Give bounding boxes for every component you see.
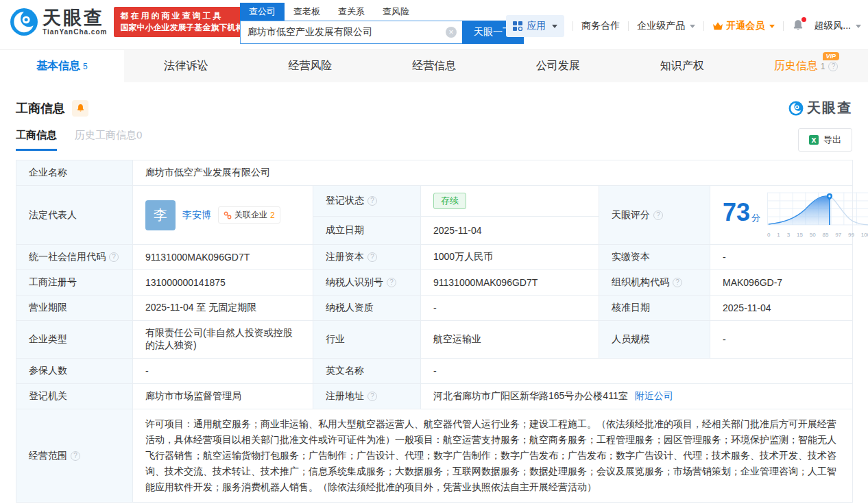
- table-row: 参保人数 - 英文名称 -: [16, 359, 853, 384]
- search-tabs: 查公司 查老板 查关系 查风险: [240, 3, 524, 21]
- help-icon[interactable]: [828, 62, 838, 71]
- nav-super-risk[interactable]: 超级风...: [814, 20, 861, 32]
- field-label: 企业类型: [16, 321, 133, 359]
- tab-operation-info[interactable]: 经营信息: [372, 50, 496, 82]
- search-tab-risk[interactable]: 查风险: [374, 3, 418, 21]
- help-icon[interactable]: [109, 252, 119, 262]
- help-icon[interactable]: [387, 278, 396, 287]
- field-label: 营业期限: [16, 296, 133, 321]
- field-value: MAK096GD-7: [710, 270, 853, 296]
- related-companies-badge[interactable]: 关联企业 2: [218, 206, 280, 224]
- search-tab-relation[interactable]: 查关系: [329, 3, 374, 21]
- field-value: 2025-11-04 至 无固定期限: [133, 296, 313, 321]
- field-label: 成立日期: [313, 216, 421, 244]
- help-icon[interactable]: [673, 278, 682, 287]
- nearby-companies-link[interactable]: 附近公司: [635, 390, 673, 401]
- table-row: 企业名称 廊坊市低空产业发展有限公司: [16, 160, 853, 186]
- notification-bell[interactable]: [792, 19, 804, 34]
- field-label: 登记机关: [16, 384, 133, 409]
- tab-intellectual-property[interactable]: 知识产权: [620, 50, 744, 82]
- field-value: 廊坊市市场监督管理局: [133, 384, 313, 409]
- field-label: 注册地址: [313, 384, 421, 409]
- notification-dot: [801, 17, 806, 22]
- brand-title: 天眼查: [43, 8, 107, 27]
- table-row: 统一社会信用代码 91131000MAK096GD7T 注册资本 1000万人民…: [16, 245, 853, 270]
- field-value: 1000万人民币: [421, 245, 599, 270]
- tianyancha-logo-icon: [10, 8, 38, 36]
- nav-cooperation[interactable]: 商务合作: [581, 20, 620, 32]
- chevron-down-icon: [552, 25, 557, 28]
- reg-status-cell: 存续: [421, 186, 599, 217]
- company-name-value: 廊坊市低空产业发展有限公司: [133, 160, 853, 186]
- help-icon[interactable]: [653, 211, 663, 220]
- field-value: 有限责任公司(非自然人投资或控股的法人独资): [133, 321, 313, 359]
- brand-subtitle: TianYanCha.com: [43, 28, 107, 36]
- help-icon[interactable]: [71, 451, 80, 461]
- company-tabs: 基本信息5 法律诉讼 经营风险 经营信息 公司发展 知识产权 VIP 历史信息1: [0, 49, 868, 82]
- reg-address-cell: 河北省廊坊市广阳区新华路165号办公楼411室附近公司: [421, 384, 853, 409]
- field-value: 131000000141875: [133, 270, 313, 296]
- search-area: 查公司 查老板 查关系 查风险 天眼一下: [240, 3, 524, 44]
- export-button[interactable]: X 导出: [798, 128, 852, 152]
- field-value: -: [710, 321, 853, 359]
- field-label: 人员规模: [599, 321, 710, 359]
- field-label: 纳税人识别号: [313, 270, 421, 296]
- search-tab-boss[interactable]: 查老板: [285, 3, 329, 21]
- chevron-down-icon: [856, 25, 861, 28]
- nav-enterprise-products[interactable]: 企业级产品: [637, 20, 695, 32]
- tab-basic-info[interactable]: 基本信息5: [0, 50, 124, 82]
- bell-icon: [76, 104, 85, 112]
- field-value: 航空运输业: [421, 321, 599, 359]
- monitor-bell-button[interactable]: [72, 100, 88, 117]
- tab-history-info[interactable]: VIP 历史信息1: [744, 50, 868, 82]
- tab-legal-proceedings[interactable]: 法律诉讼: [124, 50, 248, 82]
- apps-menu[interactable]: 应用: [506, 15, 564, 37]
- table-row: 法定代表人 李 李安博 关联企业 2: [16, 186, 853, 217]
- subtab-business-info[interactable]: 工商信息: [16, 129, 57, 151]
- field-value: 91131000MAK096GD7T: [421, 270, 599, 296]
- field-label: 英文名称: [313, 359, 421, 384]
- field-label: 经营范围: [16, 409, 133, 503]
- brand-slogan-badge: 都在用的商业查询工具 国家中小企业发展子基金旗下机构: [114, 7, 250, 37]
- top-header: 天眼查 TianYanCha.com 都在用的商业查询工具 国家中小企业发展子基…: [0, 0, 868, 49]
- field-label: 统一社会信用代码: [16, 245, 133, 270]
- help-icon[interactable]: [367, 196, 377, 206]
- main-content: 工商信息 天眼查 工商信息 历史工商信息0: [0, 99, 868, 503]
- table-row: 登记机关 廊坊市市场监督管理局 注册地址 河北省廊坊市广阳区新华路165号办公楼…: [16, 384, 853, 409]
- tianyancha-logo-icon: [788, 101, 804, 116]
- table-row: 营业期限 2025-11-04 至 无固定期限 纳税人资质 - 核准日期 202…: [16, 296, 853, 321]
- vip-badge: VIP: [823, 52, 840, 60]
- business-scope-value: 许可项目：通用航空服务；商业非运输、私用大型航空器运营人、航空器代管人运行业务；…: [133, 409, 853, 503]
- field-label: 工商注册号: [16, 270, 133, 296]
- field-value: 2025-11-04: [421, 216, 599, 244]
- nav-open-vip[interactable]: 开通会员: [712, 20, 775, 32]
- field-label: 参保人数: [16, 359, 133, 384]
- tab-operation-risk[interactable]: 经营风险: [248, 50, 372, 82]
- avatar[interactable]: 李: [145, 200, 176, 230]
- business-info-table: 企业名称 廊坊市低空产业发展有限公司 法定代表人 李 李安博: [16, 160, 853, 503]
- field-value: 2025-11-04: [710, 296, 853, 321]
- chevron-down-icon: [690, 25, 695, 28]
- field-label: 天眼评分: [599, 186, 710, 245]
- apps-grid-icon: [513, 21, 522, 31]
- field-label: 实缴资本: [599, 245, 710, 270]
- search-tab-company[interactable]: 查公司: [240, 3, 285, 21]
- tab-company-development[interactable]: 公司发展: [496, 50, 620, 82]
- brand[interactable]: 天眼查 TianYanCha.com 都在用的商业查询工具 国家中小企业发展子基…: [10, 7, 250, 37]
- help-icon[interactable]: [367, 392, 377, 401]
- field-value: -: [421, 359, 853, 384]
- legal-rep-link[interactable]: 李安博: [182, 209, 211, 221]
- score-curve-chart: 0131550859799100: [767, 192, 868, 238]
- tianyancha-watermark: 天眼查: [788, 99, 852, 117]
- help-icon[interactable]: [367, 252, 377, 262]
- top-nav: 应用 商务合作 企业级产品 开通会员 超级风.: [506, 15, 861, 37]
- svg-text:X: X: [812, 137, 817, 144]
- search-input[interactable]: [240, 21, 462, 44]
- field-label: 行业: [313, 321, 421, 359]
- legal-rep-cell: 李 李安博 关联企业 2: [133, 186, 313, 245]
- clear-icon[interactable]: [446, 27, 457, 38]
- excel-icon: X: [809, 135, 819, 145]
- field-label: 纳税人资质: [313, 296, 421, 321]
- field-value: 91131000MAK096GD7T: [133, 245, 313, 270]
- subtab-history-business-info[interactable]: 历史工商信息0: [75, 129, 142, 151]
